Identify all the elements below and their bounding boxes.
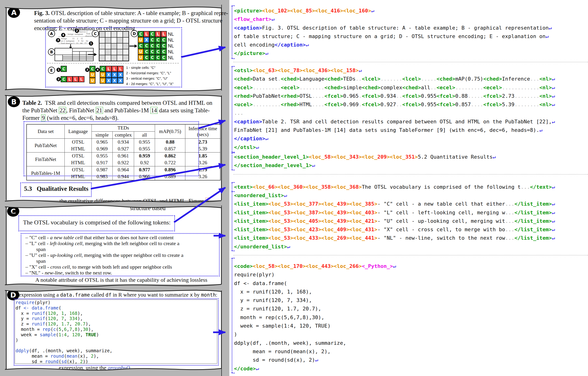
text-segment: cross cell	[50, 264, 70, 270]
loc-tag: <loc_	[293, 235, 309, 241]
text-segment: <list_item>	[234, 210, 268, 216]
otsl-cell-C: C	[161, 37, 167, 43]
example-cell-X: X	[106, 78, 112, 84]
loc-value: 433	[309, 235, 318, 241]
text-segment: 0.969	[343, 102, 359, 107]
example-cell-L: L	[78, 76, 85, 82]
text-segment: Language	[299, 76, 324, 82]
loc-value: 423	[309, 227, 318, 232]
text-segment: <rhed>	[281, 102, 299, 107]
loc-tag: >	[290, 235, 293, 241]
text-segment: ),	[77, 316, 83, 321]
text-segment: 7	[69, 327, 72, 332]
text-segment: , merging with the upper neighbor cell t…	[82, 252, 183, 258]
example-cell-C: C	[100, 66, 106, 72]
text-segment: <fcel>	[437, 102, 455, 107]
loc-value: 409	[337, 227, 346, 232]
body-text-line: A notable attribute of OTSL is that it h…	[35, 277, 207, 283]
loc-tag: >	[346, 235, 349, 241]
doctag-line: df <- data.frame(	[234, 279, 396, 288]
text-segment: x =	[16, 311, 32, 316]
doctag-line: <list_item><loc_53><loc_405><loc_439><lo…	[234, 217, 555, 225]
text-segment: runif	[32, 311, 45, 316]
text-segment: 14	[150, 107, 158, 114]
text-segment: ),	[86, 321, 91, 326]
text-segment: ........	[514, 93, 539, 99]
text-segment: <ecel>	[437, 84, 455, 91]
text-segment: Fig. 3. OTSL description of table struct…	[262, 25, 549, 31]
right-arrow-icon	[88, 53, 97, 56]
example-cell-C: C	[89, 66, 96, 72]
loc-tag: <loc_	[349, 201, 365, 207]
text-segment: <list_item>	[234, 235, 268, 241]
code-line: ddply(df, .(month, week), summarize,	[16, 348, 215, 354]
text-segment: </list_item>	[514, 201, 552, 207]
text-segment: <ecel>	[281, 84, 299, 91]
text-segment: HTML	[299, 102, 312, 107]
doctag-line: mean = round(mean(x), 2),	[234, 347, 396, 356]
text-segment: )	[234, 331, 237, 337]
text-segment: – "L" cell -	[25, 240, 50, 246]
text-segment: require	[16, 300, 34, 305]
text-segment: ,	[66, 332, 72, 337]
grid-cell	[111, 37, 117, 43]
loc-tag: <loc_	[334, 263, 349, 269]
loc-tag: >	[290, 218, 293, 224]
text-segment: 5.39	[502, 102, 514, 107]
example-cell-U: U	[100, 78, 106, 84]
loc-value: 53	[284, 227, 290, 232]
text-segment: Inference	[502, 76, 530, 82]
loc-tag: >	[275, 263, 278, 269]
loc-tag: <loc_	[321, 210, 337, 216]
text-segment: :	[61, 332, 64, 337]
list-item: – "L" cell - left-looking cell, merging …	[25, 240, 183, 246]
value-cell: 0.927	[113, 146, 134, 153]
text-segment: (	[59, 305, 61, 310]
mini-table-text: Total observer 1 13 64 77	[61, 42, 86, 44]
otsl-cell-C: C	[149, 31, 155, 37]
text-segment: and PubTables-1M	[103, 107, 150, 114]
text-segment: .........	[253, 102, 281, 107]
text-segment: ),	[88, 327, 94, 332]
text-segment: 21	[96, 107, 103, 114]
text-segment: ...	[521, 184, 530, 190]
doctag-line: sd = round(sd(x), 2)↵	[234, 356, 396, 364]
text-segment: 120	[48, 311, 56, 316]
grid-cell	[123, 55, 129, 61]
text-segment: y =	[16, 316, 32, 321]
dataset-cell: PubTabNet	[27, 139, 65, 153]
text-segment: <_Python_>	[362, 263, 393, 269]
loc-value: 209	[377, 154, 387, 160]
loc-tag: >	[374, 235, 377, 241]
table-caption-line: Table 2. TSR and cell detection results …	[22, 99, 212, 107]
loc-tag: >	[290, 227, 293, 232]
text-segment: ........	[299, 84, 324, 91]
text-segment: ,	[80, 332, 86, 337]
doctag-line: <ucel>.........<rhed>HTML....<fcel>0.969…	[234, 100, 555, 109]
loc-value: 431	[365, 227, 374, 232]
otsl-cell-C: C	[161, 49, 167, 55]
doctag-line: <list_item><loc_53><loc_377><loc_439><lo…	[234, 200, 555, 208]
doctag-line: )	[234, 330, 396, 339]
loc-tag: >	[359, 184, 362, 190]
text-segment: mAP(0.75)	[455, 76, 483, 82]
text-segment: <nl>	[539, 76, 552, 82]
loc-tag: >	[318, 210, 321, 216]
section-heading-5-3: 5.3 Qualitative Results	[24, 185, 88, 192]
loc-tag: <loc_	[268, 235, 284, 241]
right-arrow-icon	[129, 44, 137, 48]
text-segment: <otsl>	[234, 67, 253, 73]
otsl-cell-L: L	[155, 31, 161, 37]
doctag-line: </otsl>↵	[234, 143, 555, 152]
text-segment: sd	[61, 359, 67, 364]
mapping-grid	[99, 31, 129, 61]
loc-tag: >	[318, 201, 321, 207]
text-segment: <section_header_level_1>	[234, 154, 309, 160]
text-segment: 8	[75, 327, 77, 332]
loc-tag: >	[374, 227, 377, 232]
text-segment: <fcel>	[324, 102, 343, 107]
example-cell-L: L	[117, 66, 123, 72]
doctags-list-block: <unordered_list>↵<list_item><loc_53><loc…	[234, 191, 555, 251]
text-segment: OTSL	[299, 93, 312, 99]
loc-tag: >	[327, 67, 331, 73]
